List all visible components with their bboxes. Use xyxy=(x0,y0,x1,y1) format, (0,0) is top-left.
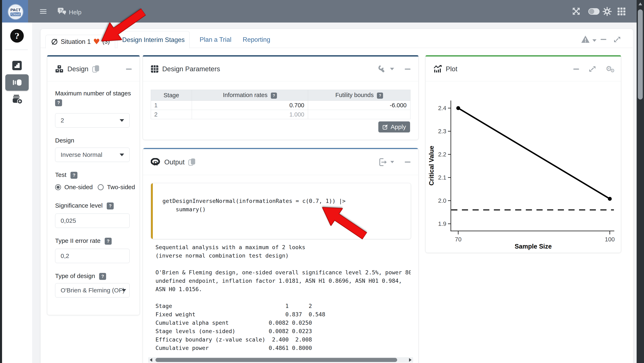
type2-help-icon[interactable]: ? xyxy=(105,238,112,245)
svg-text:2.0: 2.0 xyxy=(438,197,446,204)
collapse-design-panel-button[interactable] xyxy=(126,69,132,70)
r-code[interactable]: getDesignInverseNormal(informationRates … xyxy=(162,197,346,214)
max-stages-value: 2 xyxy=(61,117,64,124)
active-tab-label: Design Interim Stages xyxy=(122,36,185,44)
design-select[interactable]: Inverse Normal xyxy=(55,148,130,162)
chart-icon xyxy=(434,65,442,73)
type2-input[interactable] xyxy=(55,249,130,263)
futility-bound-2-cell xyxy=(308,110,410,119)
window-scrollbar[interactable] xyxy=(637,0,644,363)
svg-text:2.4: 2.4 xyxy=(438,105,446,111)
copy-icon[interactable] xyxy=(188,158,196,166)
test-help-icon[interactable]: ? xyxy=(70,172,78,179)
scroll-up-arrow[interactable] xyxy=(638,2,642,5)
tab-reporting[interactable]: Reporting xyxy=(238,31,275,48)
plot-settings-gears-icon[interactable]: ⚙⚙ xyxy=(606,64,613,73)
collapse-output-button[interactable] xyxy=(405,162,410,163)
chevron-down-icon xyxy=(120,119,124,122)
heart-icon[interactable]: ♥ xyxy=(93,37,100,46)
svg-text:R: R xyxy=(154,160,158,166)
table-icon xyxy=(151,65,158,73)
svg-text:Critical Value: Critical Value xyxy=(428,146,435,186)
radio-two-sided[interactable] xyxy=(98,184,104,190)
information-rate-2-cell: 1.000 xyxy=(192,110,308,119)
warning-caret-icon[interactable] xyxy=(592,39,596,42)
situation-tab-label: Situation 1 xyxy=(61,38,91,45)
app-logo-container[interactable]: R PACT Cloud xyxy=(2,0,28,22)
significance-input[interactable] xyxy=(55,214,130,228)
design-panel: Design Maximum number of stages ? 2 Desi… xyxy=(47,55,140,315)
wrench-caret-icon[interactable] xyxy=(390,68,394,70)
plot-panel-accent xyxy=(426,55,621,56)
tab-plan-a-trial[interactable]: Plan a Trial xyxy=(195,31,236,48)
design-parameters-accent xyxy=(143,55,418,56)
output-divider xyxy=(143,175,418,175)
plot-panel: Plot ⚙⚙ 2.42.32.22.12.01.970100Sample Si… xyxy=(426,55,621,253)
svg-text:100: 100 xyxy=(605,236,615,243)
sidebar-item-stairs[interactable] xyxy=(12,61,22,71)
information-rate-1-cell[interactable]: 0.700 xyxy=(192,101,308,110)
radio-one-sided[interactable] xyxy=(55,184,61,190)
svg-text:?: ? xyxy=(60,8,62,12)
sidebar: ? xyxy=(2,22,32,363)
r-logo-icon: R xyxy=(151,158,160,166)
expand-plot-icon[interactable] xyxy=(588,65,596,73)
type-of-design-help-icon[interactable]: ? xyxy=(99,273,106,280)
table-row: 2 1.000 xyxy=(151,110,410,119)
pact-cloud-logo: R PACT Cloud xyxy=(8,4,24,20)
futility-bounds-header: Futility bounds ? xyxy=(308,90,410,101)
max-stages-label: Maximum number of stages xyxy=(55,90,131,97)
apply-button[interactable]: Apply xyxy=(378,121,410,132)
scroll-right-arrow[interactable] xyxy=(409,358,412,362)
apps-grid-icon[interactable] xyxy=(617,7,626,16)
max-stages-help-icon[interactable]: ? xyxy=(55,99,62,106)
expand-card-icon[interactable] xyxy=(613,36,621,44)
output-horizontal-scrollbar[interactable] xyxy=(148,357,413,363)
collapse-card-button[interactable] xyxy=(600,39,606,40)
information-rates-help-icon[interactable]: ? xyxy=(271,92,277,99)
help-label: Help xyxy=(69,9,82,16)
significance-help-icon[interactable]: ? xyxy=(107,203,114,209)
chevron-down-icon xyxy=(122,289,126,292)
theme-toggle-switch[interactable] xyxy=(588,8,600,15)
svg-text:70: 70 xyxy=(455,236,462,243)
panel-layout-icon xyxy=(12,78,22,87)
futility-bound-1-cell[interactable]: -6.000 xyxy=(308,101,410,110)
max-stages-select[interactable]: 2 xyxy=(55,113,130,128)
futility-bounds-help-icon[interactable]: ? xyxy=(377,92,383,99)
svg-text:2.2: 2.2 xyxy=(438,151,446,158)
help-button[interactable]: ? Help xyxy=(57,7,82,17)
collapse-plot-button[interactable] xyxy=(573,69,579,70)
wrench-icon[interactable] xyxy=(378,65,386,73)
scroll-left-arrow[interactable] xyxy=(150,358,152,362)
top-bar xyxy=(0,0,644,22)
type-of-design-select[interactable]: O'Brien & Fleming (OF) xyxy=(55,283,130,298)
copy-icon[interactable] xyxy=(92,65,100,73)
collapse-design-parameters-button[interactable] xyxy=(405,69,410,70)
design-select-label: Design xyxy=(55,137,74,144)
warning-icon[interactable] xyxy=(581,35,590,44)
sidebar-item-add-collection[interactable] xyxy=(12,95,22,105)
cubes-icon xyxy=(55,65,64,73)
test-label: Test ? xyxy=(55,171,78,179)
scrollbar-thumb[interactable] xyxy=(638,9,643,99)
table-header-row: Stage Information rates ? Futility bound… xyxy=(151,90,410,101)
svg-text:1.9: 1.9 xyxy=(438,221,446,227)
window-left-edge xyxy=(0,0,2,363)
sidebar-item-design-active[interactable] xyxy=(5,74,29,91)
design-parameters-panel: Design Parameters Stage Information rate… xyxy=(143,55,418,140)
export-icon[interactable] xyxy=(379,158,387,166)
fullscreen-icon[interactable] xyxy=(572,7,580,16)
design-panel-accent xyxy=(47,55,140,56)
export-caret-icon[interactable] xyxy=(390,161,394,163)
scrollbar-thumb[interactable] xyxy=(156,358,397,362)
user-avatar[interactable]: ? xyxy=(10,29,24,42)
pencil-square-icon xyxy=(382,124,388,130)
r-code-block: getDesignInverseNormal(informationRates … xyxy=(151,183,411,239)
hamburger-menu-icon[interactable] xyxy=(40,8,46,15)
svg-text:Sample Size: Sample Size xyxy=(515,243,552,250)
logo-text-bottom: Cloud xyxy=(10,12,21,16)
brightness-settings-icon[interactable] xyxy=(602,7,612,17)
chevron-down-icon xyxy=(120,154,124,156)
information-rates-header: Information rates ? xyxy=(192,90,308,101)
